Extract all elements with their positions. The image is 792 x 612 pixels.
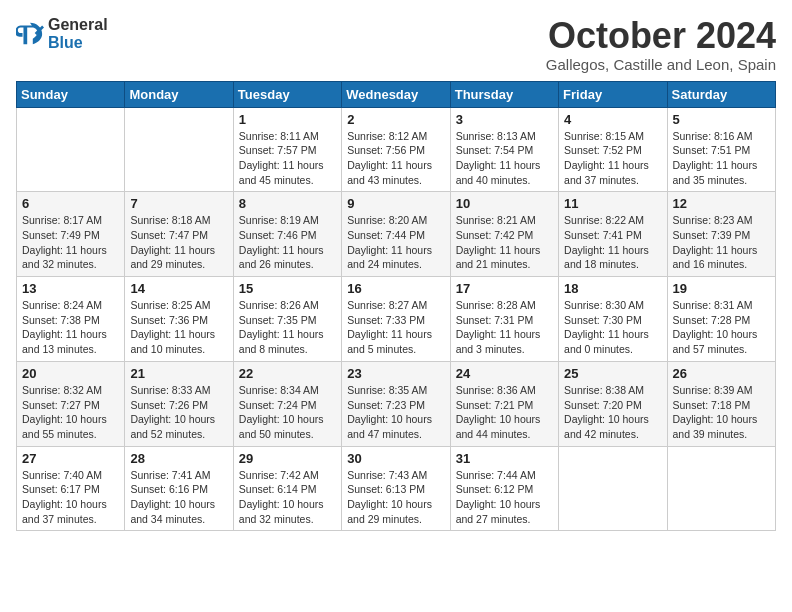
header-cell-thursday: Thursday (450, 81, 558, 107)
day-cell: 30Sunrise: 7:43 AM Sunset: 6:13 PM Dayli… (342, 446, 450, 531)
week-row-2: 6Sunrise: 8:17 AM Sunset: 7:49 PM Daylig… (17, 192, 776, 277)
day-content: Sunrise: 7:44 AM Sunset: 6:12 PM Dayligh… (456, 468, 553, 527)
day-content: Sunrise: 8:32 AM Sunset: 7:27 PM Dayligh… (22, 383, 119, 442)
day-number: 23 (347, 366, 444, 381)
day-number: 14 (130, 281, 227, 296)
day-content: Sunrise: 7:41 AM Sunset: 6:16 PM Dayligh… (130, 468, 227, 527)
day-content: Sunrise: 8:35 AM Sunset: 7:23 PM Dayligh… (347, 383, 444, 442)
day-number: 29 (239, 451, 336, 466)
day-number: 4 (564, 112, 661, 127)
header-cell-friday: Friday (559, 81, 667, 107)
day-cell: 14Sunrise: 8:25 AM Sunset: 7:36 PM Dayli… (125, 277, 233, 362)
day-cell: 23Sunrise: 8:35 AM Sunset: 7:23 PM Dayli… (342, 361, 450, 446)
day-content: Sunrise: 8:19 AM Sunset: 7:46 PM Dayligh… (239, 213, 336, 272)
day-number: 20 (22, 366, 119, 381)
day-content: Sunrise: 8:38 AM Sunset: 7:20 PM Dayligh… (564, 383, 661, 442)
week-row-3: 13Sunrise: 8:24 AM Sunset: 7:38 PM Dayli… (17, 277, 776, 362)
day-cell: 4Sunrise: 8:15 AM Sunset: 7:52 PM Daylig… (559, 107, 667, 192)
day-cell: 10Sunrise: 8:21 AM Sunset: 7:42 PM Dayli… (450, 192, 558, 277)
logo-blue: Blue (48, 34, 108, 52)
day-number: 30 (347, 451, 444, 466)
day-content: Sunrise: 8:31 AM Sunset: 7:28 PM Dayligh… (673, 298, 770, 357)
day-content: Sunrise: 8:22 AM Sunset: 7:41 PM Dayligh… (564, 213, 661, 272)
day-cell: 25Sunrise: 8:38 AM Sunset: 7:20 PM Dayli… (559, 361, 667, 446)
day-content: Sunrise: 7:42 AM Sunset: 6:14 PM Dayligh… (239, 468, 336, 527)
day-cell: 2Sunrise: 8:12 AM Sunset: 7:56 PM Daylig… (342, 107, 450, 192)
day-cell: 11Sunrise: 8:22 AM Sunset: 7:41 PM Dayli… (559, 192, 667, 277)
day-cell (125, 107, 233, 192)
day-cell: 8Sunrise: 8:19 AM Sunset: 7:46 PM Daylig… (233, 192, 341, 277)
header-cell-saturday: Saturday (667, 81, 775, 107)
day-cell: 6Sunrise: 8:17 AM Sunset: 7:49 PM Daylig… (17, 192, 125, 277)
week-row-4: 20Sunrise: 8:32 AM Sunset: 7:27 PM Dayli… (17, 361, 776, 446)
day-cell: 3Sunrise: 8:13 AM Sunset: 7:54 PM Daylig… (450, 107, 558, 192)
location: Gallegos, Castille and Leon, Spain (546, 56, 776, 73)
day-number: 31 (456, 451, 553, 466)
day-number: 28 (130, 451, 227, 466)
day-cell: 16Sunrise: 8:27 AM Sunset: 7:33 PM Dayli… (342, 277, 450, 362)
day-cell: 21Sunrise: 8:33 AM Sunset: 7:26 PM Dayli… (125, 361, 233, 446)
header-cell-sunday: Sunday (17, 81, 125, 107)
day-content: Sunrise: 8:20 AM Sunset: 7:44 PM Dayligh… (347, 213, 444, 272)
day-content: Sunrise: 8:28 AM Sunset: 7:31 PM Dayligh… (456, 298, 553, 357)
day-number: 9 (347, 196, 444, 211)
day-content: Sunrise: 8:12 AM Sunset: 7:56 PM Dayligh… (347, 129, 444, 188)
day-number: 3 (456, 112, 553, 127)
day-number: 7 (130, 196, 227, 211)
day-content: Sunrise: 8:39 AM Sunset: 7:18 PM Dayligh… (673, 383, 770, 442)
day-content: Sunrise: 8:21 AM Sunset: 7:42 PM Dayligh… (456, 213, 553, 272)
day-number: 17 (456, 281, 553, 296)
day-number: 6 (22, 196, 119, 211)
week-row-1: 1Sunrise: 8:11 AM Sunset: 7:57 PM Daylig… (17, 107, 776, 192)
day-cell (667, 446, 775, 531)
logo: General Blue (16, 16, 108, 51)
day-content: Sunrise: 8:34 AM Sunset: 7:24 PM Dayligh… (239, 383, 336, 442)
logo-general: General (48, 16, 108, 34)
day-cell (17, 107, 125, 192)
day-number: 19 (673, 281, 770, 296)
day-cell: 19Sunrise: 8:31 AM Sunset: 7:28 PM Dayli… (667, 277, 775, 362)
day-content: Sunrise: 8:15 AM Sunset: 7:52 PM Dayligh… (564, 129, 661, 188)
day-cell: 28Sunrise: 7:41 AM Sunset: 6:16 PM Dayli… (125, 446, 233, 531)
day-number: 21 (130, 366, 227, 381)
day-content: Sunrise: 7:40 AM Sunset: 6:17 PM Dayligh… (22, 468, 119, 527)
day-number: 10 (456, 196, 553, 211)
day-number: 24 (456, 366, 553, 381)
day-cell: 7Sunrise: 8:18 AM Sunset: 7:47 PM Daylig… (125, 192, 233, 277)
logo-icon (16, 20, 44, 48)
day-cell: 26Sunrise: 8:39 AM Sunset: 7:18 PM Dayli… (667, 361, 775, 446)
day-content: Sunrise: 8:23 AM Sunset: 7:39 PM Dayligh… (673, 213, 770, 272)
day-cell: 29Sunrise: 7:42 AM Sunset: 6:14 PM Dayli… (233, 446, 341, 531)
day-content: Sunrise: 8:11 AM Sunset: 7:57 PM Dayligh… (239, 129, 336, 188)
day-content: Sunrise: 8:16 AM Sunset: 7:51 PM Dayligh… (673, 129, 770, 188)
day-cell: 13Sunrise: 8:24 AM Sunset: 7:38 PM Dayli… (17, 277, 125, 362)
title-block: October 2024 Gallegos, Castille and Leon… (546, 16, 776, 73)
day-content: Sunrise: 8:30 AM Sunset: 7:30 PM Dayligh… (564, 298, 661, 357)
day-cell: 24Sunrise: 8:36 AM Sunset: 7:21 PM Dayli… (450, 361, 558, 446)
day-cell: 15Sunrise: 8:26 AM Sunset: 7:35 PM Dayli… (233, 277, 341, 362)
header-cell-tuesday: Tuesday (233, 81, 341, 107)
day-number: 1 (239, 112, 336, 127)
logo-text: General Blue (48, 16, 108, 51)
day-content: Sunrise: 8:13 AM Sunset: 7:54 PM Dayligh… (456, 129, 553, 188)
month-title: October 2024 (546, 16, 776, 56)
day-content: Sunrise: 8:18 AM Sunset: 7:47 PM Dayligh… (130, 213, 227, 272)
calendar-table: SundayMondayTuesdayWednesdayThursdayFrid… (16, 81, 776, 532)
day-content: Sunrise: 8:26 AM Sunset: 7:35 PM Dayligh… (239, 298, 336, 357)
header-row: SundayMondayTuesdayWednesdayThursdayFrid… (17, 81, 776, 107)
day-number: 13 (22, 281, 119, 296)
day-cell (559, 446, 667, 531)
day-number: 12 (673, 196, 770, 211)
day-cell: 5Sunrise: 8:16 AM Sunset: 7:51 PM Daylig… (667, 107, 775, 192)
day-cell: 31Sunrise: 7:44 AM Sunset: 6:12 PM Dayli… (450, 446, 558, 531)
day-content: Sunrise: 7:43 AM Sunset: 6:13 PM Dayligh… (347, 468, 444, 527)
day-cell: 12Sunrise: 8:23 AM Sunset: 7:39 PM Dayli… (667, 192, 775, 277)
day-number: 8 (239, 196, 336, 211)
day-content: Sunrise: 8:17 AM Sunset: 7:49 PM Dayligh… (22, 213, 119, 272)
day-cell: 20Sunrise: 8:32 AM Sunset: 7:27 PM Dayli… (17, 361, 125, 446)
day-number: 16 (347, 281, 444, 296)
day-content: Sunrise: 8:24 AM Sunset: 7:38 PM Dayligh… (22, 298, 119, 357)
day-cell: 17Sunrise: 8:28 AM Sunset: 7:31 PM Dayli… (450, 277, 558, 362)
day-content: Sunrise: 8:25 AM Sunset: 7:36 PM Dayligh… (130, 298, 227, 357)
page-header: General Blue October 2024 Gallegos, Cast… (16, 16, 776, 73)
